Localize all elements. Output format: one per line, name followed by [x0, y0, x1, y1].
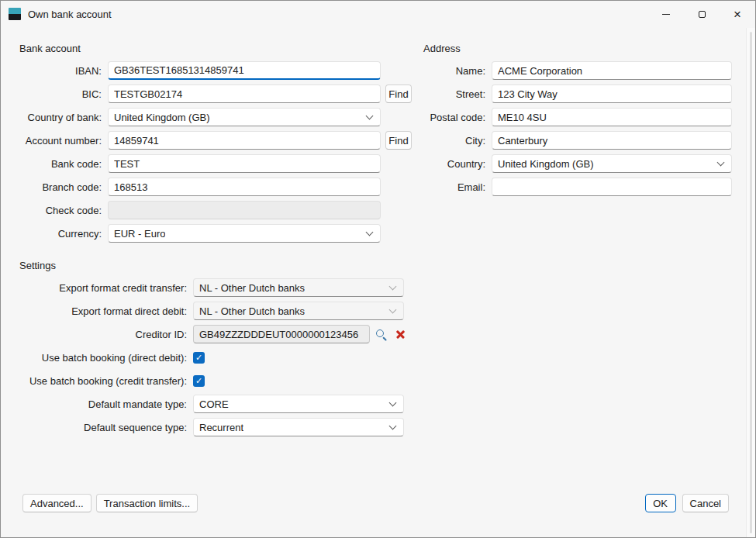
- chevron-down-icon: [389, 398, 397, 406]
- email-label: Email:: [423, 181, 492, 193]
- street-row: Street:: [423, 84, 732, 103]
- address-group: Address Name: Street: Postal code: City:…: [423, 43, 732, 201]
- bank-account-legend: Bank account: [19, 43, 412, 55]
- settings-legend: Settings: [19, 260, 409, 272]
- batch-direct-debit-row: Use batch booking (direct debit): ✓: [19, 348, 409, 367]
- chevron-down-icon: [366, 112, 374, 119]
- chevron-down-icon: [366, 228, 374, 236]
- close-icon: ×: [734, 8, 741, 21]
- check-code-input: [108, 201, 381, 219]
- iban-label: IBAN:: [19, 65, 108, 77]
- country-of-bank-row: Country of bank: United Kingdom (GB): [19, 108, 412, 126]
- chevron-down-icon: [717, 158, 725, 166]
- mandate-type-label: Default mandate type:: [19, 398, 193, 410]
- scrollbar-thumb[interactable]: [750, 32, 752, 533]
- bank-code-label: Bank code:: [19, 158, 108, 170]
- close-button[interactable]: ×: [720, 1, 755, 27]
- bank-code-input[interactable]: [108, 154, 381, 173]
- country-select[interactable]: United Kingdom (GB): [492, 154, 732, 173]
- check-icon: ✓: [195, 377, 202, 385]
- batch-direct-debit-label: Use batch booking (direct debit):: [19, 352, 193, 364]
- creditor-id-row: Creditor ID:: [19, 325, 409, 343]
- export-debit-select[interactable]: NL - Other Dutch banks: [193, 302, 404, 320]
- chevron-down-icon: [389, 422, 397, 429]
- minimize-icon: [662, 14, 670, 15]
- currency-label: Currency:: [19, 228, 108, 240]
- address-legend: Address: [423, 43, 732, 55]
- country-of-bank-label: Country of bank:: [19, 112, 108, 123]
- creditor-id-clear-button[interactable]: [392, 326, 409, 343]
- batch-direct-debit-checkbox[interactable]: ✓: [193, 352, 205, 364]
- clear-icon: [395, 329, 406, 340]
- export-credit-value: NL - Other Dutch banks: [199, 282, 305, 294]
- currency-row: Currency: EUR - Euro: [19, 224, 412, 243]
- sequence-type-label: Default sequence type:: [19, 422, 193, 433]
- city-row: City:: [423, 131, 732, 150]
- export-credit-label: Export format credit transfer:: [19, 282, 193, 294]
- title-bar: Own bank account ×: [1, 1, 755, 27]
- batch-credit-transfer-label: Use batch booking (credit transfer):: [19, 375, 193, 387]
- country-label: Country:: [423, 158, 492, 170]
- sequence-type-select[interactable]: Recurrent: [193, 418, 404, 436]
- bic-row: BIC: Find: [19, 84, 412, 103]
- maximize-icon: [699, 11, 706, 18]
- dialog-own-bank-account: Own bank account × Bank account IBAN: BI…: [0, 0, 756, 538]
- bank-code-row: Bank code:: [19, 154, 412, 173]
- export-debit-row: Export format direct debit: NL - Other D…: [19, 302, 409, 320]
- window-title: Own bank account: [28, 9, 112, 20]
- mandate-type-select[interactable]: CORE: [193, 395, 404, 413]
- batch-credit-transfer-row: Use batch booking (credit transfer): ✓: [19, 371, 409, 390]
- chevron-down-icon: [389, 305, 397, 313]
- city-label: City:: [423, 135, 492, 147]
- check-code-row: Check code:: [19, 201, 412, 219]
- postal-code-input[interactable]: [492, 108, 732, 126]
- sequence-type-value: Recurrent: [199, 422, 243, 433]
- account-number-label: Account number:: [19, 135, 108, 147]
- cancel-button[interactable]: Cancel: [682, 494, 729, 512]
- email-input[interactable]: [492, 178, 732, 196]
- country-of-bank-select[interactable]: United Kingdom (GB): [108, 108, 381, 126]
- export-credit-row: Export format credit transfer: NL - Othe…: [19, 278, 409, 297]
- account-number-input[interactable]: [108, 131, 381, 150]
- branch-code-input[interactable]: [108, 178, 381, 196]
- creditor-id-input[interactable]: [193, 325, 370, 343]
- postal-code-row: Postal code:: [423, 108, 732, 126]
- country-value: United Kingdom (GB): [498, 158, 594, 170]
- branch-code-label: Branch code:: [19, 181, 108, 193]
- email-row: Email:: [423, 178, 732, 196]
- ok-button[interactable]: OK: [645, 494, 676, 512]
- export-debit-label: Export format direct debit:: [19, 305, 193, 317]
- mandate-type-value: CORE: [199, 398, 229, 410]
- city-input[interactable]: [492, 131, 732, 150]
- name-input[interactable]: [492, 61, 732, 80]
- bic-label: BIC:: [19, 88, 108, 100]
- creditor-id-search-button[interactable]: [372, 326, 389, 343]
- batch-credit-transfer-checkbox[interactable]: ✓: [193, 375, 205, 387]
- bic-input[interactable]: [108, 84, 381, 103]
- street-input[interactable]: [492, 84, 732, 103]
- app-icon: [9, 8, 21, 20]
- export-debit-value: NL - Other Dutch banks: [199, 305, 305, 317]
- branch-code-row: Branch code:: [19, 178, 412, 196]
- check-icon: ✓: [195, 353, 202, 362]
- transaction-limits-button[interactable]: Transaction limits...: [96, 494, 198, 512]
- iban-input[interactable]: [108, 61, 381, 80]
- advanced-button[interactable]: Advanced...: [22, 494, 91, 512]
- postal-code-label: Postal code:: [423, 112, 492, 123]
- account-number-find-button[interactable]: Find: [385, 131, 412, 150]
- iban-row: IBAN:: [19, 61, 412, 80]
- currency-select[interactable]: EUR - Euro: [108, 224, 381, 243]
- country-row: Country: United Kingdom (GB): [423, 154, 732, 173]
- bic-find-button[interactable]: Find: [385, 84, 412, 103]
- window-controls: ×: [648, 1, 755, 27]
- minimize-button[interactable]: [648, 1, 684, 27]
- bank-account-group: Bank account IBAN: BIC: Find Country of …: [19, 43, 412, 247]
- creditor-id-label: Creditor ID:: [19, 329, 193, 340]
- vertical-scrollbar[interactable]: [746, 28, 755, 537]
- account-number-row: Account number: Find: [19, 131, 412, 150]
- mandate-type-row: Default mandate type: CORE: [19, 395, 409, 413]
- export-credit-select[interactable]: NL - Other Dutch banks: [193, 278, 404, 297]
- settings-group: Settings Export format credit transfer: …: [19, 260, 409, 441]
- bottom-right-buttons: OK Cancel: [645, 494, 729, 512]
- maximize-button[interactable]: [684, 1, 720, 27]
